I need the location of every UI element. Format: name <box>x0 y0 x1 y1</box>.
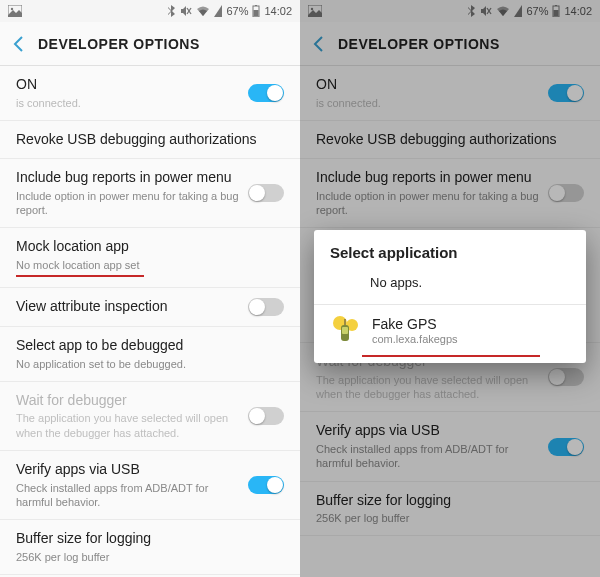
toggle-view-attribute[interactable] <box>248 298 284 316</box>
on-frag: is connected. <box>16 96 248 110</box>
signal-icon <box>214 5 222 17</box>
back-icon[interactable] <box>12 35 24 53</box>
svg-rect-17 <box>342 327 348 334</box>
revoke-title: Revoke USB debugging authorizations <box>16 131 284 149</box>
battery-pct: 67% <box>526 5 548 17</box>
screen-left: 67% 14:02 DEVELOPER OPTIONS ON is connec… <box>0 0 300 577</box>
bluetooth-icon <box>468 5 476 17</box>
on-frag: is connected. <box>316 96 548 110</box>
dialog-title: Select application <box>314 230 586 269</box>
debugapp-title: Select app to be debugged <box>16 337 284 355</box>
row-on[interactable]: ON is connected. <box>0 66 300 121</box>
header: DEVELOPER OPTIONS <box>300 22 600 66</box>
clock-time: 14:02 <box>264 5 292 17</box>
toggle-verify-usb <box>548 438 584 456</box>
row-bug-reports: Include bug reports in power menu Includ… <box>300 159 600 228</box>
toggle-developer-on[interactable] <box>248 84 284 102</box>
mute-icon <box>480 5 492 17</box>
dialog-underline <box>362 355 540 357</box>
svg-rect-5 <box>255 5 257 6</box>
row-wait-debugger: Wait for debugger The application you ha… <box>0 382 300 451</box>
image-icon <box>8 5 22 17</box>
row-revoke-usb: Revoke USB debugging authorizations <box>300 121 600 160</box>
bluetooth-icon <box>168 5 176 17</box>
bugreport-title: Include bug reports in power menu <box>16 169 248 187</box>
battery-pct: 67% <box>226 5 248 17</box>
buffer-title: Buffer size for logging <box>316 492 584 510</box>
mock-sub: No mock location app set <box>16 258 284 272</box>
verify-sub: Check installed apps from ADB/ADT for ha… <box>16 481 248 510</box>
mock-underline <box>16 275 144 277</box>
dialog-app-name: Fake GPS <box>372 316 458 332</box>
buffer-sub: 256K per log buffer <box>16 550 284 564</box>
row-verify-usb[interactable]: Verify apps via USB Check installed apps… <box>0 451 300 520</box>
toggle-wait-debugger <box>548 368 584 386</box>
back-icon[interactable] <box>312 35 324 53</box>
toggle-wait-debugger <box>248 407 284 425</box>
verify-sub: Check installed apps from ADB/ADT for ha… <box>316 442 548 471</box>
battery-icon <box>252 5 260 17</box>
wifi-icon <box>196 5 210 17</box>
page-title: DEVELOPER OPTIONS <box>338 36 500 52</box>
row-buffer-size: Buffer size for logging 256K per log buf… <box>300 482 600 537</box>
mute-icon <box>180 5 192 17</box>
screen-right: 67% 14:02 DEVELOPER OPTIONS ON is connec… <box>300 0 600 577</box>
svg-rect-13 <box>554 10 559 17</box>
image-icon <box>308 5 322 17</box>
toggle-developer-on <box>548 84 584 102</box>
row-view-attribute[interactable]: View attribute inspection <box>0 288 300 327</box>
page-title: DEVELOPER OPTIONS <box>38 36 200 52</box>
clock-time: 14:02 <box>564 5 592 17</box>
revoke-title: Revoke USB debugging authorizations <box>316 131 584 149</box>
row-select-debug-app[interactable]: Select app to be debugged No application… <box>0 327 300 382</box>
wait-sub: The application you have selected will o… <box>16 411 248 440</box>
row-mock-location[interactable]: Mock location app No mock location app s… <box>0 228 300 288</box>
status-bar: 67% 14:02 <box>300 0 600 22</box>
dialog-app-row[interactable]: Fake GPS com.lexa.fakegps <box>314 305 586 359</box>
toggle-bug-reports[interactable] <box>248 184 284 202</box>
fake-gps-icon <box>330 315 360 345</box>
toggle-verify-usb[interactable] <box>248 476 284 494</box>
viewattr-title: View attribute inspection <box>16 298 248 316</box>
on-title: ON <box>316 76 548 94</box>
row-buffer-size[interactable]: Buffer size for logging 256K per log buf… <box>0 520 300 575</box>
row-on: ON is connected. <box>300 66 600 121</box>
bugreport-sub: Include option in power menu for taking … <box>16 189 248 218</box>
verify-title: Verify apps via USB <box>316 422 548 440</box>
dialog-app-package: com.lexa.fakegps <box>372 333 458 345</box>
select-application-dialog: Select application No apps. Fake GPS com… <box>314 230 586 363</box>
bugreport-title: Include bug reports in power menu <box>316 169 548 187</box>
wait-title: Wait for debugger <box>16 392 248 410</box>
buffer-sub: 256K per log buffer <box>316 511 584 525</box>
on-title: ON <box>16 76 248 94</box>
dialog-no-apps[interactable]: No apps. <box>314 269 586 304</box>
wait-sub: The application you have selected will o… <box>316 373 548 402</box>
signal-icon <box>514 5 522 17</box>
status-bar: 67% 14:02 <box>0 0 300 22</box>
header: DEVELOPER OPTIONS <box>0 22 300 66</box>
verify-title: Verify apps via USB <box>16 461 248 479</box>
row-revoke-usb[interactable]: Revoke USB debugging authorizations <box>0 121 300 160</box>
buffer-title: Buffer size for logging <box>16 530 284 548</box>
debugapp-sub: No application set to be debugged. <box>16 357 284 371</box>
bugreport-sub: Include option in power menu for taking … <box>316 189 548 218</box>
battery-icon <box>552 5 560 17</box>
svg-point-8 <box>311 8 313 10</box>
svg-point-1 <box>11 8 13 10</box>
wifi-icon <box>496 5 510 17</box>
row-bug-reports[interactable]: Include bug reports in power menu Includ… <box>0 159 300 228</box>
svg-rect-6 <box>254 10 259 17</box>
mock-title: Mock location app <box>16 238 284 256</box>
toggle-bug-reports <box>548 184 584 202</box>
row-verify-usb: Verify apps via USB Check installed apps… <box>300 412 600 481</box>
svg-rect-12 <box>555 5 557 6</box>
